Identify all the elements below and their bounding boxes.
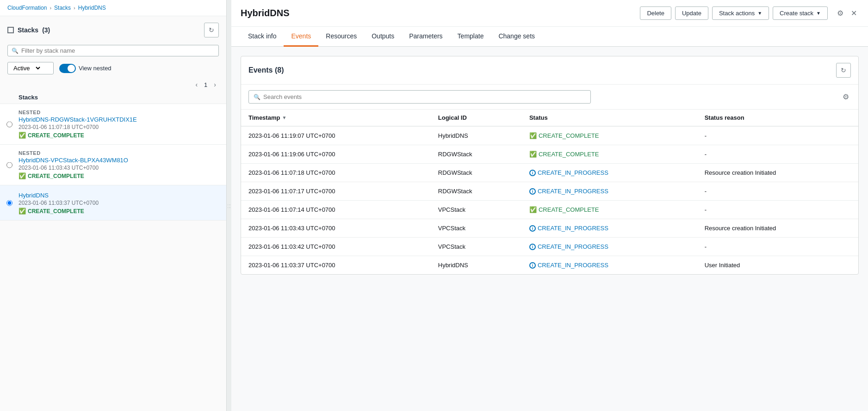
nested-label-2: NESTED <box>19 150 219 156</box>
stack-item[interactable]: HybridDNS 2023-01-06 11:03:37 UTC+0700 ✅… <box>0 185 226 221</box>
info-icon: i <box>529 262 536 269</box>
resize-handle[interactable]: ⋮⋮ <box>227 0 231 411</box>
breadcrumb-current: HybridDNS <box>78 5 106 11</box>
stacks-count: (3) <box>42 26 50 34</box>
create-stack-dropdown-icon: ▼ <box>816 11 821 16</box>
status-complete: ✅ CREATE_COMPLETE <box>529 151 690 158</box>
status-check-icon-2: ✅ <box>19 172 26 179</box>
search-icon: 🔍 <box>12 48 19 54</box>
status-in-progress: i CREATE_IN_PROGRESS <box>529 188 690 195</box>
cell-logical-id: RDGWStack <box>431 182 522 201</box>
events-search-input[interactable] <box>263 93 586 100</box>
table-row: 2023-01-06 11:07:18 UTC+0700RDGWStacki C… <box>241 164 858 182</box>
create-stack-label: Create stack <box>780 10 813 17</box>
tab-events[interactable]: Events <box>284 27 318 47</box>
cell-timestamp: 2023-01-06 11:19:07 UTC+0700 <box>241 126 431 145</box>
stack-status-text-1: CREATE_COMPLETE <box>28 132 84 139</box>
cell-status: ✅ CREATE_COMPLETE <box>522 126 697 145</box>
cell-status-reason: User Initiated <box>697 256 858 275</box>
page-number: 1 <box>204 81 207 88</box>
stack-date-3: 2023-01-06 11:03:37 UTC+0700 <box>19 200 219 206</box>
tab-stack-info[interactable]: Stack info <box>241 27 284 47</box>
status-complete: ✅ CREATE_COMPLETE <box>529 206 690 213</box>
stack-item[interactable]: NESTED HybridDNS-VPCStack-BLPXA43WM81O 2… <box>0 145 226 185</box>
table-row: 2023-01-06 11:19:07 UTC+0700HybridDNS✅ C… <box>241 126 858 145</box>
tab-outputs[interactable]: Outputs <box>364 27 402 47</box>
tab-template[interactable]: Template <box>450 27 491 47</box>
stack-actions-dropdown-icon: ▼ <box>757 11 762 16</box>
cell-timestamp: 2023-01-06 11:03:37 UTC+0700 <box>241 256 431 275</box>
cell-status-reason: - <box>697 201 858 219</box>
content-area: Events (8) ↻ 🔍 ⚙ <box>231 47 868 411</box>
view-nested-toggle[interactable] <box>59 64 76 73</box>
cell-status: ✅ CREATE_COMPLETE <box>522 145 697 164</box>
check-icon: ✅ <box>529 206 537 213</box>
cell-status-reason: - <box>697 145 858 164</box>
stack-item[interactable]: NESTED HybridDNS-RDGWStack-1VGRUHXTDIX1E… <box>0 104 226 145</box>
stack-status-1: ✅ CREATE_COMPLETE <box>19 132 219 139</box>
cell-logical-id: HybridDNS <box>431 256 522 275</box>
status-in-progress: i CREATE_IN_PROGRESS <box>529 243 690 250</box>
breadcrumb-stacks[interactable]: Stacks <box>54 5 71 11</box>
settings-icon-button[interactable]: ⚙ <box>835 7 845 19</box>
table-row: 2023-01-06 11:03:37 UTC+0700HybridDNSi C… <box>241 256 858 275</box>
events-section: Events (8) ↻ 🔍 ⚙ <box>241 56 859 275</box>
view-nested-toggle-row: View nested <box>59 64 112 73</box>
col-logical-id: Logical ID <box>431 110 522 126</box>
cell-logical-id: VPCStack <box>431 201 522 219</box>
stack-actions-button[interactable]: Stack actions ▼ <box>712 6 769 20</box>
cell-timestamp: 2023-01-06 11:07:18 UTC+0700 <box>241 164 431 182</box>
close-icon-button[interactable]: ✕ <box>849 7 859 19</box>
check-icon: ✅ <box>529 151 537 158</box>
right-panel: HybridDNS Delete Update Stack actions ▼ … <box>231 0 868 411</box>
events-refresh-button[interactable]: ↻ <box>836 63 851 78</box>
left-panel: CloudFormation › Stacks › HybridDNS Stac… <box>0 0 227 411</box>
update-button[interactable]: Update <box>675 6 708 20</box>
timestamp-sort-icon: ▼ <box>282 115 286 120</box>
breadcrumb-sep-2: › <box>74 5 75 11</box>
breadcrumb-cloudformation[interactable]: CloudFormation <box>7 5 47 11</box>
cell-status-reason: Resource creation Initiated <box>697 219 858 238</box>
stack-status-text-3: CREATE_COMPLETE <box>28 208 84 215</box>
filter-row: Active Deleted All View nested <box>0 60 226 78</box>
events-search-icon: 🔍 <box>254 94 260 100</box>
tab-change-sets[interactable]: Change sets <box>491 27 542 47</box>
table-row: 2023-01-06 11:07:17 UTC+0700RDGWStacki C… <box>241 182 858 201</box>
cell-timestamp: 2023-01-06 11:19:06 UTC+0700 <box>241 145 431 164</box>
events-settings-button[interactable]: ⚙ <box>841 91 851 103</box>
events-header: Events (8) ↻ <box>241 56 858 85</box>
cell-status: i CREATE_IN_PROGRESS <box>522 219 697 238</box>
resize-dots: ⋮⋮ <box>227 203 231 209</box>
stack-radio-1[interactable] <box>6 121 12 127</box>
stacks-title: Stacks (3) <box>7 26 50 34</box>
stack-name-3[interactable]: HybridDNS <box>19 192 219 199</box>
stacks-list-header: Stacks <box>0 91 226 104</box>
stack-radio-2[interactable] <box>6 162 12 168</box>
stacks-icon <box>7 27 14 33</box>
toggle-label: View nested <box>79 65 112 72</box>
stacks-list: NESTED HybridDNS-RDGWStack-1VGRUHXTDIX1E… <box>0 104 226 221</box>
cell-status-reason: - <box>697 182 858 201</box>
stack-search-input[interactable] <box>21 47 215 54</box>
stack-actions-label: Stack actions <box>719 10 755 17</box>
stack-search-box: 🔍 <box>7 45 219 56</box>
events-title: Events (8) <box>248 66 284 74</box>
create-stack-button[interactable]: Create stack ▼ <box>773 6 828 20</box>
stack-name-1[interactable]: HybridDNS-RDGWStack-1VGRUHXTDIX1E <box>19 116 219 123</box>
delete-button[interactable]: Delete <box>640 6 671 20</box>
page-title: HybridDNS <box>241 8 290 18</box>
stacks-refresh-button[interactable]: ↻ <box>204 23 219 37</box>
status-in-progress: i CREATE_IN_PROGRESS <box>529 262 690 269</box>
next-page-button[interactable]: › <box>211 80 219 89</box>
info-icon: i <box>529 244 536 250</box>
cell-logical-id: VPCStack <box>431 238 522 256</box>
status-filter-select[interactable]: Active Deleted All <box>12 64 42 72</box>
stack-radio-3[interactable] <box>6 200 12 206</box>
stack-name-2[interactable]: HybridDNS-VPCStack-BLPXA43WM81O <box>19 157 219 164</box>
tab-parameters[interactable]: Parameters <box>402 27 450 47</box>
status-filter[interactable]: Active Deleted All <box>7 62 54 74</box>
prev-page-button[interactable]: ‹ <box>192 80 200 89</box>
status-complete: ✅ CREATE_COMPLETE <box>529 132 690 139</box>
stack-status-3: ✅ CREATE_COMPLETE <box>19 208 219 215</box>
tab-resources[interactable]: Resources <box>318 27 364 47</box>
